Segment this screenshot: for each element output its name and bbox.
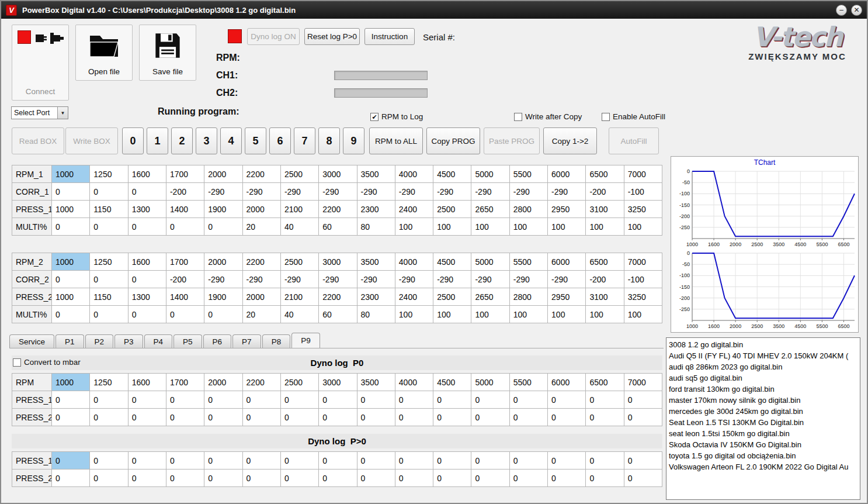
file-list-item[interactable]: Audi Q5 II (FY FL) 40 TDI MHEV 2.0 150kW… <box>667 350 859 361</box>
table-cell[interactable]: 1600 <box>128 253 166 271</box>
table-cell[interactable]: 0 <box>624 409 662 426</box>
table-cell[interactable]: 2200 <box>242 253 280 271</box>
table-cell[interactable]: 100 <box>548 218 586 236</box>
table-cell[interactable]: -290 <box>280 183 318 201</box>
table-cell[interactable]: 1000 <box>52 165 90 183</box>
file-list-item[interactable]: 3008 1.2 go digital.bin <box>667 339 859 350</box>
program-button-7[interactable]: 7 <box>294 127 315 154</box>
table-cell[interactable]: 1000 <box>52 288 90 306</box>
connect-button[interactable]: Connect <box>12 25 69 101</box>
table-cell[interactable]: 1150 <box>90 288 128 306</box>
table-cell[interactable]: 5000 <box>471 253 509 271</box>
table-cell[interactable]: 3250 <box>624 288 662 306</box>
table-cell[interactable]: 0 <box>509 452 547 470</box>
table-cell[interactable]: 2100 <box>280 288 318 306</box>
table-cell[interactable]: 2200 <box>242 374 280 391</box>
program-button-1[interactable]: 1 <box>147 127 168 154</box>
table-cell[interactable]: 1000 <box>52 201 90 218</box>
table-cell[interactable]: 0 <box>471 470 509 487</box>
table-cell[interactable]: 5000 <box>471 374 509 391</box>
table-cell[interactable]: 1000 <box>52 374 90 391</box>
table-cell[interactable]: 1300 <box>128 288 166 306</box>
table-cell[interactable]: 2300 <box>357 288 395 306</box>
table-cell[interactable]: 5500 <box>509 374 547 391</box>
program-button-2[interactable]: 2 <box>171 127 193 154</box>
table-cell[interactable]: 100 <box>433 306 471 323</box>
table-cell[interactable]: -290 <box>471 271 509 288</box>
file-list-item[interactable]: master 170km nowy silnik go digital.bin <box>667 395 859 406</box>
table-cell[interactable]: 0 <box>52 218 90 236</box>
table-cell[interactable]: 0 <box>471 452 509 470</box>
file-list-item[interactable]: Skoda Octavia IV 150KM Go Digital.bin <box>667 439 859 450</box>
table-cell[interactable]: 0 <box>166 218 204 236</box>
table-cell[interactable]: 0 <box>90 271 128 288</box>
rpm-to-all-button[interactable]: RPM to ALL <box>369 127 423 154</box>
table-cell[interactable]: -290 <box>242 271 280 288</box>
save-file-button[interactable]: Save file <box>139 25 196 81</box>
table-cell[interactable]: 0 <box>280 391 318 409</box>
table-cell[interactable]: 0 <box>204 391 242 409</box>
table-cell[interactable]: 3000 <box>319 253 357 271</box>
table-cell[interactable]: -290 <box>242 183 280 201</box>
table-cell[interactable]: 0 <box>624 470 662 487</box>
table-cell[interactable]: 1150 <box>90 201 128 218</box>
table-cell[interactable]: -290 <box>395 271 433 288</box>
write-after-copy-checkbox[interactable]: Write after Copy <box>514 112 582 121</box>
table-cell[interactable]: -290 <box>204 271 242 288</box>
table-cell[interactable]: 0 <box>586 452 624 470</box>
table-cell[interactable]: 3100 <box>586 201 624 218</box>
reset-log-button[interactable]: Reset log P>0 <box>304 28 360 45</box>
table-cell[interactable]: 1900 <box>204 288 242 306</box>
dyno-log-on-button[interactable]: Dyno log ON <box>247 28 300 45</box>
table-cell[interactable]: 6500 <box>586 253 624 271</box>
table-cell[interactable]: 7000 <box>624 165 662 183</box>
table-cell[interactable]: 100 <box>624 306 662 323</box>
write-box-button[interactable]: Write BOX <box>65 127 118 154</box>
table-cell[interactable]: 2200 <box>319 288 357 306</box>
table-cell[interactable]: 0 <box>166 470 204 487</box>
table-cell[interactable]: 40 <box>280 306 318 323</box>
table-cell[interactable]: 100 <box>395 218 433 236</box>
table-cell[interactable]: 4000 <box>395 253 433 271</box>
table-cell[interactable]: 2800 <box>509 201 547 218</box>
table-cell[interactable]: 0 <box>433 452 471 470</box>
table-cell[interactable]: 0 <box>52 183 90 201</box>
table-cell[interactable]: 0 <box>52 391 90 409</box>
table-cell[interactable]: -290 <box>548 271 586 288</box>
table-cell[interactable]: 0 <box>548 409 586 426</box>
tab-p2[interactable]: P2 <box>85 334 114 348</box>
autofill-button[interactable]: AutoFill <box>609 127 659 154</box>
table-cell[interactable]: 0 <box>509 470 547 487</box>
table-cell[interactable]: 0 <box>90 218 128 236</box>
table-cell[interactable]: 5500 <box>509 165 547 183</box>
table-cell[interactable]: 0 <box>128 470 166 487</box>
table-cell[interactable]: 7000 <box>624 253 662 271</box>
table-cell[interactable]: 4500 <box>433 374 471 391</box>
table-cell[interactable]: 2000 <box>204 253 242 271</box>
table-cell[interactable]: -290 <box>319 183 357 201</box>
table-cell[interactable]: 60 <box>319 218 357 236</box>
table-cell[interactable]: 0 <box>433 409 471 426</box>
table-cell[interactable]: 1400 <box>166 288 204 306</box>
table-cell[interactable]: 2650 <box>471 288 509 306</box>
table-cell[interactable]: 100 <box>509 218 547 236</box>
table-cell[interactable]: 1700 <box>166 253 204 271</box>
table-cell[interactable]: 3500 <box>357 165 395 183</box>
table-cell[interactable]: 3500 <box>357 253 395 271</box>
table-cell[interactable]: 2200 <box>242 165 280 183</box>
table-cell[interactable]: 100 <box>471 306 509 323</box>
table-cell[interactable]: 0 <box>90 391 128 409</box>
table-cell[interactable]: 100 <box>586 218 624 236</box>
table-cell[interactable]: 100 <box>471 218 509 236</box>
table-cell[interactable]: 6500 <box>586 165 624 183</box>
table-cell[interactable]: 0 <box>128 271 166 288</box>
table-cell[interactable]: 2650 <box>471 201 509 218</box>
table-cell[interactable]: 1250 <box>90 374 128 391</box>
table-cell[interactable]: 0 <box>204 452 242 470</box>
table-cell[interactable]: -290 <box>280 271 318 288</box>
file-list-item[interactable]: audi q8 286km 2023 go digital.bin <box>667 361 859 372</box>
table-cell[interactable]: 0 <box>166 391 204 409</box>
table-cell[interactable]: 3000 <box>319 165 357 183</box>
table-cell[interactable]: 1600 <box>128 165 166 183</box>
table-cell[interactable]: 0 <box>242 391 280 409</box>
